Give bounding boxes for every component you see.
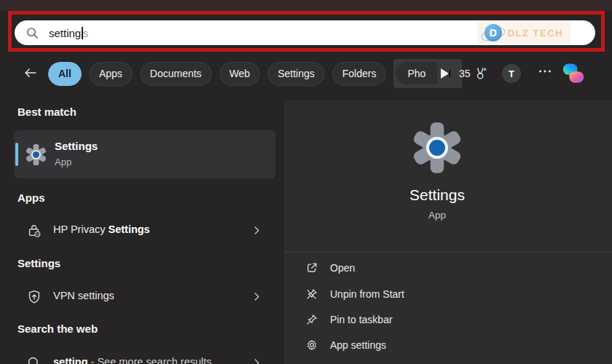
app-preview-panel: Settings App Open Unpin from Start Pin t… <box>284 100 612 364</box>
best-match-subtitle: App <box>55 157 71 167</box>
unpin-icon <box>305 288 318 301</box>
tab-web[interactable]: Web <box>219 62 261 86</box>
preview-app-type: App <box>284 210 590 221</box>
ellipsis-icon <box>537 63 553 79</box>
tab-photos-truncated[interactable]: Pho <box>395 61 437 85</box>
settings-gear-icon <box>25 143 47 166</box>
filter-bar: All Apps Documents Web Settings Folders … <box>0 60 612 87</box>
result-hp-privacy-settings[interactable]: hp HP Privacy Settings <box>14 215 275 247</box>
user-avatar[interactable]: T <box>502 64 521 83</box>
chevron-right-icon <box>251 291 262 302</box>
rewards-count: 35 <box>459 68 471 79</box>
section-header-settings: Settings <box>17 257 60 269</box>
hp-lock-icon: hp <box>26 223 42 239</box>
action-unpin-from-start[interactable]: Unpin from Start <box>293 283 599 305</box>
filter-tabs: All Apps Documents Web Settings Folders … <box>48 60 462 87</box>
result-label: HP Privacy Settings <box>53 223 150 235</box>
windows-search-flyout: setting s D DLZ TECH All Apps Documents … <box>0 0 612 364</box>
shield-arrow-icon <box>26 289 42 305</box>
magnifier-icon <box>26 355 42 364</box>
open-external-icon <box>305 261 318 274</box>
back-button[interactable] <box>22 66 39 82</box>
tab-documents[interactable]: Documents <box>140 62 212 86</box>
tab-apps[interactable]: Apps <box>89 62 133 86</box>
action-open[interactable]: Open <box>293 257 599 279</box>
result-label: setting - See more search results <box>53 356 212 364</box>
rewards-counter[interactable]: 35 <box>459 60 488 87</box>
more-options-button[interactable] <box>535 63 555 83</box>
watermark-logo: D <box>484 24 502 41</box>
chevron-right-icon <box>251 357 262 364</box>
play-icon[interactable] <box>441 68 450 79</box>
section-header-apps: Apps <box>17 191 45 204</box>
medal-icon <box>474 66 488 81</box>
watermark: D DLZ TECH <box>477 22 570 44</box>
svg-text:hp: hp <box>36 232 40 236</box>
search-icon <box>26 26 39 40</box>
selection-accent-bar <box>15 143 18 166</box>
autocomplete-ghost-text: s <box>83 27 89 39</box>
best-match-title: Settings <box>55 140 98 152</box>
settings-gear-icon-large <box>410 121 464 175</box>
best-match-result-settings[interactable]: Settings App <box>14 130 275 178</box>
pin-icon <box>305 313 318 326</box>
tab-folders[interactable]: Folders <box>332 62 387 86</box>
tab-all[interactable]: All <box>48 62 82 86</box>
result-label: VPN settings <box>53 290 114 301</box>
preview-app-name: Settings <box>284 186 590 204</box>
top-strip <box>0 0 612 11</box>
section-header-best-match: Best match <box>17 106 76 118</box>
watermark-brand-text: DLZ TECH <box>508 28 563 39</box>
action-pin-to-taskbar[interactable]: Pin to taskbar <box>293 309 599 331</box>
copilot-icon[interactable] <box>562 63 584 84</box>
search-input[interactable]: setting s D DLZ TECH <box>15 20 595 45</box>
gear-icon <box>305 339 318 352</box>
action-app-settings[interactable]: App settings <box>293 334 599 356</box>
result-vpn-settings[interactable]: VPN settings <box>14 281 275 313</box>
arrow-left-icon <box>22 66 39 82</box>
video-play-overlay: Pho <box>393 59 462 88</box>
search-query-text: setting <box>49 27 81 39</box>
section-header-search-the-web: Search the web <box>17 323 98 335</box>
divider <box>284 252 612 253</box>
chevron-right-icon <box>251 225 262 236</box>
tab-settings[interactable]: Settings <box>267 62 325 86</box>
result-web-search[interactable]: setting - See more search results <box>14 347 275 364</box>
